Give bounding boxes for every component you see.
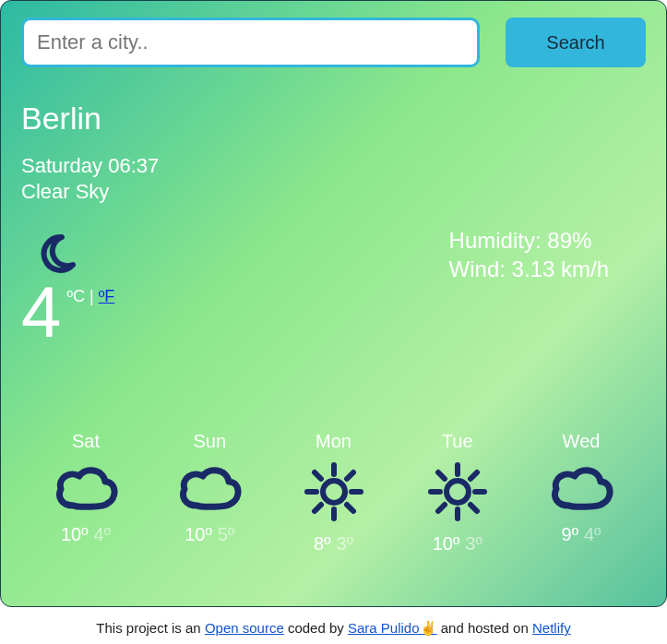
sun-icon [279,459,389,524]
weather-condition: Clear Sky [21,179,646,205]
search-row: Search [21,18,646,67]
wind-label: Wind: [449,256,512,281]
footer-coded-by: coded by [284,620,348,636]
svg-point-9 [447,481,469,503]
weather-card: Search Berlin Saturday 06:37 Clear Sky 4… [0,0,667,607]
forecast-day-label: Tue [402,431,513,452]
svg-line-16 [470,472,477,479]
forecast-row: Sat 10º4º Sun 10º5º Mon [21,431,646,555]
humidity-line: Humidity: 89% [449,226,609,255]
open-source-link[interactable]: Open source [205,620,284,636]
search-button[interactable]: Search [506,18,646,67]
author-link[interactable]: Sara Pulido✌️ [348,620,437,636]
unit-toggle: ºC | ºF [66,287,114,306]
unit-separator: | [85,287,99,305]
svg-line-15 [470,505,477,511]
svg-line-5 [315,472,321,479]
forecast-lo: 4º [584,524,601,544]
forecast-day: Tue 10º3º [402,431,513,555]
wind-value: 3.13 km/h [512,256,609,281]
svg-point-0 [323,481,345,503]
forecast-temps: 10º3º [402,533,513,555]
forecast-hi: 9º [562,524,578,544]
forecast-temps: 10º5º [154,524,265,545]
forecast-day-label: Sun [154,431,265,452]
cloud-icon [526,459,637,515]
host-link[interactable]: Netlify [532,620,571,636]
forecast-hi: 10º [61,524,89,544]
cloud-icon [30,459,141,515]
forecast-day-label: Sat [30,431,141,452]
forecast-lo: 3º [337,533,353,554]
forecast-day-label: Mon [279,431,389,452]
sun-icon [402,459,513,524]
forecast-day: Sat 10º4º [30,431,141,555]
current-left: 4 ºC | ºF [21,219,114,342]
date-time: Saturday 06:37 [21,153,646,179]
current-stats: Humidity: 89% Wind: 3.13 km/h [302,226,646,283]
forecast-hi: 10º [433,533,460,554]
svg-line-7 [347,472,353,479]
cloud-icon [154,459,265,515]
humidity-value: 89% [547,228,591,253]
humidity-label: Humidity: [449,228,548,253]
forecast-temps: 10º4º [30,524,141,545]
forecast-hi: 10º [185,524,212,544]
svg-line-17 [438,505,445,511]
fahrenheit-link[interactable]: ºF [99,287,115,305]
svg-line-8 [315,505,321,511]
footer-hosted: and hosted on [437,620,532,636]
forecast-lo: 3º [465,533,482,554]
footer-prefix: This project is an [96,620,205,636]
svg-line-6 [347,505,353,511]
city-name: Berlin [21,101,646,137]
forecast-lo: 5º [218,524,234,544]
forecast-day: Wed 9º4º [526,431,637,555]
celsius-label: ºC [66,287,85,305]
wind-line: Wind: 3.13 km/h [449,255,609,283]
temperature-value: 4 [21,281,61,342]
forecast-lo: 4º [94,524,111,544]
search-input[interactable] [21,18,480,67]
forecast-day: Mon 8º3º [279,431,389,555]
forecast-day: Sun 10º5º [154,431,265,555]
temperature-row: 4 ºC | ºF [21,281,114,342]
svg-line-14 [438,472,445,479]
moon-icon [34,232,114,276]
forecast-temps: 9º4º [526,524,637,545]
footer-credit: This project is an Open source coded by … [0,620,667,637]
current-row: 4 ºC | ºF Humidity: 89% Wind: 3.13 km/h [21,219,646,342]
forecast-day-label: Wed [526,431,637,452]
forecast-temps: 8º3º [279,533,389,555]
forecast-hi: 8º [314,533,330,554]
